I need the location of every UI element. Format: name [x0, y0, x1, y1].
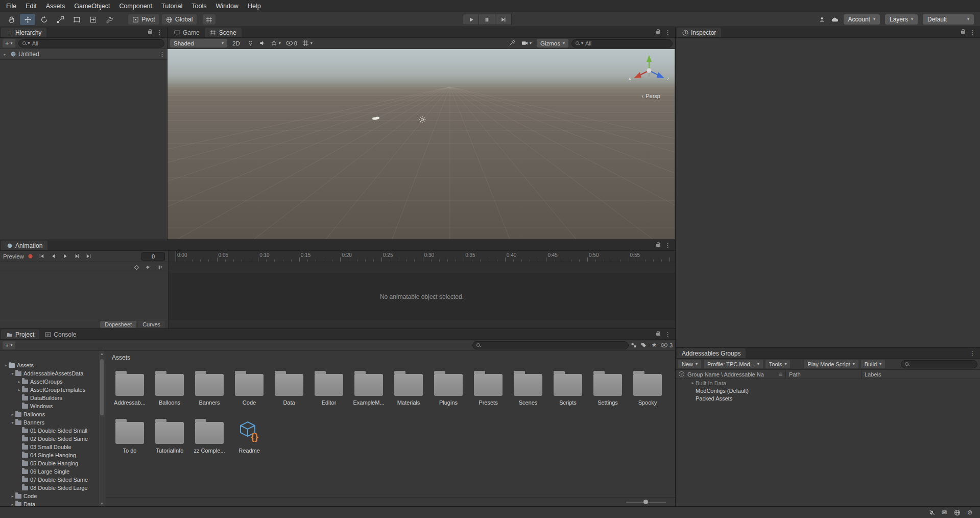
menu-edit[interactable]: Edit: [21, 3, 41, 10]
play-key-button[interactable]: [61, 252, 69, 261]
addressables-profile-tpc-mod-dropdown[interactable]: Profile: TPC Mod...▾: [704, 360, 763, 368]
addressables-group-row[interactable]: ModConfigs (Default): [676, 387, 980, 394]
asset-item[interactable]: Scripts: [548, 364, 588, 412]
last-key-button[interactable]: [85, 252, 93, 261]
current-key-icon[interactable]: [134, 265, 139, 270]
account-dropdown[interactable]: Account ▾: [844, 14, 880, 25]
menu-tutorial[interactable]: Tutorial: [157, 3, 187, 10]
add-keyframe-icon[interactable]: [146, 265, 151, 270]
hidden-count-eye-icon[interactable]: [659, 341, 670, 350]
asset-item[interactable]: To do: [110, 412, 150, 460]
kebab-menu-icon[interactable]: ⋮: [665, 243, 671, 248]
timeline-scroll-strip[interactable]: [169, 320, 675, 328]
asset-item[interactable]: TutorialInfo: [150, 412, 189, 460]
play-button[interactable]: [463, 14, 479, 25]
first-key-button[interactable]: [38, 252, 46, 261]
hand-tool-button[interactable]: [4, 14, 19, 25]
tab-project[interactable]: Project: [1, 329, 39, 339]
project-tree-item[interactable]: 02 Double Sided Same: [0, 435, 105, 443]
status-icon[interactable]: ⊘: [966, 508, 974, 516]
addressables-toolsdropdown[interactable]: Tools▾: [766, 360, 791, 368]
rotate-tool-button[interactable]: [36, 14, 52, 25]
light-toggle-icon[interactable]: [245, 39, 256, 48]
scale-tool-button[interactable]: [53, 14, 68, 25]
tab-addressables-groups[interactable]: Addressables Groups: [677, 348, 746, 358]
menu-window[interactable]: Window: [211, 3, 243, 10]
asset-item[interactable]: Materials: [389, 364, 428, 412]
expander-icon[interactable]: ▸: [16, 388, 22, 392]
project-tree-item[interactable]: ▾Assets: [0, 361, 105, 369]
asset-item[interactable]: Plugins: [428, 364, 468, 412]
tab-inspector[interactable]: Inspector: [677, 28, 721, 37]
pause-button[interactable]: [479, 14, 495, 25]
tab-animation[interactable]: Animation: [1, 241, 47, 250]
hierarchy-scene-row[interactable]: ▸ Untitled ⋮: [0, 49, 167, 60]
favorite-star-icon[interactable]: ★: [649, 341, 659, 350]
kebab-menu-icon[interactable]: ⋮: [159, 52, 165, 57]
asset-item[interactable]: zz Comple...: [189, 412, 229, 460]
fx-dropdown-icon[interactable]: ▾: [269, 39, 283, 48]
kebab-menu-icon[interactable]: ⋮: [665, 30, 671, 35]
grid-snap-button[interactable]: [203, 14, 216, 25]
audio-toggle-icon[interactable]: [257, 39, 268, 48]
editor-tools-icon[interactable]: [507, 39, 517, 48]
expander-icon[interactable]: ▾: [10, 371, 15, 376]
create-object-button[interactable]: + ▾: [3, 39, 15, 48]
notifications-muted-icon[interactable]: [927, 508, 936, 516]
tree-scrollbar[interactable]: ▲ ▼: [99, 351, 105, 506]
project-tree-item[interactable]: ▸AssetGroups: [0, 378, 105, 386]
camera-dropdown-icon[interactable]: ▾: [519, 39, 534, 48]
lock-icon[interactable]: [656, 333, 660, 336]
directional-light-gizmo[interactable]: [419, 116, 426, 125]
scene-viewport[interactable]: x z ‹ Persp: [168, 49, 675, 239]
playhead[interactable]: [176, 251, 176, 262]
tab-console[interactable]: Console: [39, 329, 81, 339]
asset-item[interactable]: ExampleM...: [349, 364, 389, 412]
addressables-builddropdown[interactable]: Build▾: [861, 360, 885, 368]
project-tree-item[interactable]: ▾Banners: [0, 418, 105, 427]
addressables-play-mode-scriptdropdown[interactable]: Play Mode Script▾: [804, 360, 858, 368]
project-tree-item[interactable]: 07 Double Sided Same: [0, 476, 105, 484]
expander-icon[interactable]: ▸: [10, 412, 15, 417]
tab-dopesheet[interactable]: Dopesheet: [100, 321, 136, 328]
tab-hierarchy[interactable]: ≡ Hierarchy: [1, 28, 46, 37]
tab-game[interactable]: Game: [169, 28, 205, 37]
shading-mode-dropdown[interactable]: Shaded ▾: [170, 39, 227, 48]
help-icon[interactable]: ?: [679, 371, 684, 377]
hierarchy-search-input[interactable]: ▾ All: [18, 39, 164, 48]
expander-icon[interactable]: ▸: [16, 380, 22, 384]
menu-component[interactable]: Component: [114, 3, 157, 10]
2d-toggle-button[interactable]: 2D: [230, 39, 242, 48]
move-tool-button[interactable]: [20, 14, 35, 25]
cloud-icon[interactable]: [831, 16, 839, 22]
project-tree-item[interactable]: ▸Data: [0, 500, 105, 506]
project-search-input[interactable]: [472, 341, 629, 349]
thumbnail-zoom-slider[interactable]: [626, 502, 666, 503]
menu-gameobject[interactable]: GameObject: [69, 3, 114, 10]
slider-knob[interactable]: [643, 500, 648, 504]
step-button[interactable]: [495, 14, 512, 25]
project-tree-item[interactable]: DataBuilders: [0, 394, 105, 402]
project-tree-item[interactable]: 05 Double Hanging: [0, 459, 105, 467]
projection-toggle[interactable]: ‹ Persp: [642, 93, 660, 99]
gizmos-dropdown[interactable]: Gizmos ▾: [537, 39, 568, 48]
prev-key-button[interactable]: [50, 252, 58, 261]
project-tree-item[interactable]: ▸Code: [0, 492, 105, 500]
custom-tool-button[interactable]: [102, 14, 117, 25]
kebab-menu-icon[interactable]: ⋮: [665, 332, 671, 337]
project-tree-item[interactable]: 01 Double Sided Small: [0, 427, 105, 435]
column-settings-icon[interactable]: [775, 372, 785, 376]
addressables-newdropdown[interactable]: New▾: [678, 360, 701, 368]
global-toggle-button[interactable]: Global: [162, 14, 197, 25]
project-tree-item[interactable]: ▾AddressableAssetsData: [0, 369, 105, 378]
lock-icon[interactable]: [656, 244, 660, 247]
scene-search-input[interactable]: ▾ All: [571, 39, 673, 48]
tab-curves[interactable]: Curves: [138, 321, 165, 328]
asset-item[interactable]: Settings: [588, 364, 628, 412]
add-event-icon[interactable]: [157, 265, 163, 270]
asset-item[interactable]: {}Readme: [229, 412, 269, 460]
expander-icon[interactable]: ▾: [3, 363, 9, 368]
type-filter-icon[interactable]: [629, 341, 639, 350]
label-filter-icon[interactable]: [639, 341, 649, 350]
column-path[interactable]: Path: [785, 370, 861, 379]
